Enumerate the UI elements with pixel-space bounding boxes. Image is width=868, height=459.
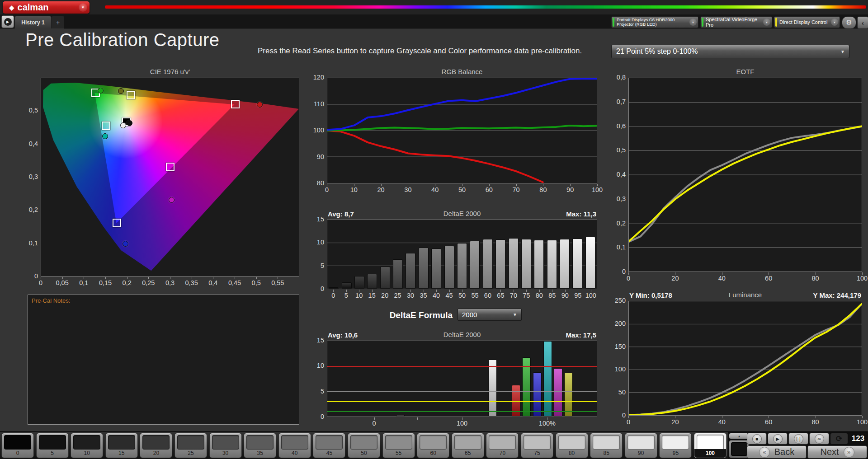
axis-label: 0 bbox=[606, 412, 626, 419]
axis-label: 0,1 bbox=[606, 244, 626, 251]
chart-stat-right: Max: 11,3 bbox=[516, 210, 596, 218]
patch-swatch-100[interactable]: 100 bbox=[694, 433, 726, 458]
target-marker-magenta bbox=[166, 163, 175, 171]
patch-swatch-25[interactable]: 25 bbox=[175, 433, 207, 458]
back-button[interactable]: « Back bbox=[747, 445, 807, 459]
patch-label: 60 bbox=[417, 450, 449, 456]
tab-history-1[interactable]: History 1 bbox=[14, 16, 52, 28]
stop-button[interactable]: ■ bbox=[747, 433, 767, 445]
patch-swatch-35[interactable]: 35 bbox=[244, 433, 276, 458]
patch-color bbox=[524, 435, 551, 450]
patch-swatch-95[interactable]: 95 bbox=[659, 433, 692, 458]
pattern-window-button[interactable]: [·] bbox=[788, 433, 808, 445]
patch-color bbox=[420, 435, 447, 450]
next-button[interactable]: Next » bbox=[807, 445, 867, 459]
display-control-dropdown[interactable]: Direct Display Control ▼ bbox=[774, 16, 840, 28]
patch-swatch-55[interactable]: 55 bbox=[382, 433, 415, 458]
calman-logo-icon: ◆ bbox=[9, 4, 14, 12]
patch-color bbox=[350, 435, 377, 450]
chart-title: RGB Balance bbox=[327, 68, 597, 75]
patch-swatch-50[interactable]: 50 bbox=[348, 433, 380, 458]
axis-label: 30 bbox=[394, 186, 421, 193]
patch-swatch-75[interactable]: 75 bbox=[521, 433, 553, 458]
device-label: SpectraCal VideoForge Pro bbox=[706, 17, 764, 28]
axis-label: 100 bbox=[304, 126, 324, 134]
color-deltae-bar-white bbox=[488, 360, 497, 417]
play-button[interactable]: ▶ bbox=[768, 433, 788, 445]
pattern-source-dropdown[interactable]: SpectraCal VideoForge Pro ▼ bbox=[700, 16, 772, 28]
logo-menu-button[interactable]: ▼ bbox=[79, 3, 87, 12]
continuous-read-button[interactable]: ∞ bbox=[809, 433, 829, 445]
axis-label: 100 bbox=[584, 186, 611, 193]
patch-swatch-30[interactable]: 30 bbox=[209, 433, 242, 458]
workflow-nav-button[interactable]: ▶ bbox=[1, 15, 14, 28]
axis-label: 80 bbox=[802, 418, 829, 426]
color-deltae-bar-blue bbox=[533, 372, 542, 417]
deltae-formula-dropdown[interactable]: 2000 ▼ bbox=[458, 309, 522, 321]
chart-stat-left: Y Min: 0,5178 bbox=[629, 291, 672, 299]
axis-label: 250 bbox=[606, 297, 626, 304]
patch-color bbox=[316, 435, 343, 450]
patch-swatch-45[interactable]: 45 bbox=[313, 433, 345, 458]
infinity-icon: ∞ bbox=[817, 436, 821, 441]
patch-swatch-0[interactable]: 0 bbox=[1, 433, 34, 458]
patch-label: 50 bbox=[348, 450, 380, 456]
patch-color bbox=[697, 435, 724, 451]
notes-label: Pre-Cal Notes: bbox=[32, 297, 70, 304]
calman-app: ◆ calman ▼ ▶ History 1 + Portrait Displa… bbox=[0, 0, 868, 459]
patch-swatch-80[interactable]: 80 bbox=[556, 433, 588, 458]
patch-color bbox=[489, 435, 516, 450]
settings-button[interactable]: ⚙ bbox=[842, 16, 856, 29]
grayscale-deltae-bar bbox=[444, 246, 454, 289]
patch-swatch-60[interactable]: 60 bbox=[417, 433, 449, 458]
patch-label: 5 bbox=[37, 450, 68, 456]
axis-label: 15 bbox=[304, 215, 324, 223]
meter-device-dropdown[interactable]: Portrait Displays C6 HDR2000 Projector (… bbox=[611, 16, 698, 28]
axis-label: 200 bbox=[606, 320, 626, 327]
patch-color bbox=[246, 435, 274, 450]
patch-counter-badge[interactable]: 123 bbox=[849, 433, 867, 445]
device-status-indicator bbox=[613, 18, 614, 27]
axis-label: 80 bbox=[304, 179, 324, 187]
read-series-button[interactable]: ⟳ bbox=[830, 433, 848, 445]
calman-logo-button[interactable]: ◆ calman ▼ bbox=[3, 1, 90, 14]
axis-label: 0 bbox=[615, 275, 642, 282]
patch-swatch-90[interactable]: 90 bbox=[625, 433, 657, 458]
chart-stat-left: Avg: 10,6 bbox=[328, 331, 358, 339]
patch-swatch-70[interactable]: 70 bbox=[486, 433, 519, 458]
deltae-color-chart bbox=[327, 341, 597, 417]
axis-label: 100 bbox=[448, 420, 476, 427]
logo-text: calman bbox=[18, 2, 49, 13]
measurement-preset-dropdown[interactable]: 21 Point 5% step 0-100% ▼ bbox=[611, 45, 849, 58]
measured-marker-red bbox=[257, 102, 263, 108]
axis-label: 10 bbox=[304, 239, 324, 246]
patch-swatch-40[interactable]: 40 bbox=[278, 433, 311, 458]
measured-marker-black bbox=[127, 120, 132, 126]
add-tab-button[interactable]: + bbox=[52, 16, 64, 28]
axis-label: 0 bbox=[304, 413, 324, 420]
patch-swatch-65[interactable]: 65 bbox=[452, 433, 484, 458]
patch-label: 35 bbox=[244, 450, 276, 456]
color-deltae-bar-near-black bbox=[396, 415, 405, 417]
collapse-panel-button[interactable]: ‹ bbox=[857, 16, 868, 29]
axis-label: 0,4 bbox=[18, 140, 38, 147]
patch-swatch-15[interactable]: 15 bbox=[105, 433, 138, 458]
reference-line bbox=[327, 401, 597, 402]
target-marker-blue bbox=[113, 219, 121, 227]
tab-bar: ▶ History 1 + Portrait Displays C6 HDR20… bbox=[0, 14, 868, 28]
patch-swatch-10[interactable]: 10 bbox=[71, 433, 103, 458]
patch-swatch-85[interactable]: 85 bbox=[590, 433, 623, 458]
grayscale-deltae-bar bbox=[380, 267, 390, 289]
luminance-chart bbox=[628, 301, 862, 416]
pre-cal-notes-input[interactable]: Pre-Cal Notes: bbox=[28, 295, 299, 425]
axis-label: 10 bbox=[340, 186, 368, 193]
patch-swatch-5[interactable]: 5 bbox=[36, 433, 69, 458]
patch-swatch-20[interactable]: 20 bbox=[140, 433, 172, 458]
axis-label: 50 bbox=[448, 186, 476, 193]
target-marker-cyan bbox=[102, 122, 110, 130]
axis-label: 100 bbox=[606, 365, 626, 373]
patch-color bbox=[108, 435, 135, 450]
patch-color bbox=[142, 435, 170, 450]
device-label: Portrait Displays C6 HDR2000 Projector (… bbox=[617, 18, 690, 27]
grayscale-deltae-bar bbox=[342, 282, 352, 289]
